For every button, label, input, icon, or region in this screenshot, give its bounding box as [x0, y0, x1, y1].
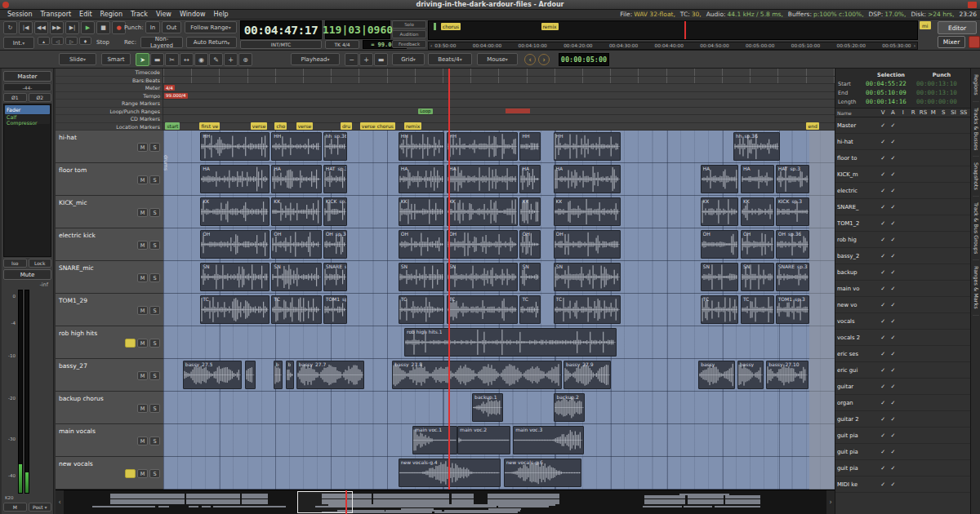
audio-region[interactable]	[245, 361, 255, 389]
audio-region[interactable]: main voc.2	[457, 426, 510, 454]
active-check[interactable]: ✓	[888, 416, 898, 423]
active-check[interactable]: ✓	[888, 383, 898, 390]
punch-in-button[interactable]: In	[145, 21, 160, 33]
track-solo-button[interactable]: S	[149, 241, 160, 250]
audio-region[interactable]: bassy_27.9	[564, 361, 611, 389]
audio-region[interactable]: OH_sp.36	[776, 230, 809, 259]
audio-region[interactable]: SN	[447, 263, 518, 291]
audio-region[interactable]: b	[286, 361, 295, 389]
table-row[interactable]: hi-hat✓✓	[835, 134, 970, 150]
track-header-electric-kick[interactable]: electric kickMS	[56, 228, 163, 261]
location-marker-verse[interactable]: verse	[360, 122, 377, 130]
visible-check[interactable]: ✓	[878, 335, 888, 341]
track-mute-button[interactable]: M	[137, 339, 148, 348]
active-check[interactable]: ✓	[888, 351, 898, 357]
edit-point-dropdown[interactable]: Mouse	[477, 53, 518, 65]
active-check[interactable]: ✓	[888, 465, 898, 472]
audio-region[interactable]: TC	[399, 295, 445, 324]
location-marker-chorus[interactable]: chorus	[376, 122, 395, 130]
follow-range-button[interactable]: Follow Range	[185, 21, 237, 33]
track-mute-button[interactable]: M	[137, 273, 148, 282]
midi-output-icon[interactable]: ▷	[65, 37, 78, 45]
zoom-fit-button[interactable]: ▬	[374, 53, 388, 66]
track-mute-button[interactable]: M	[137, 371, 148, 380]
audio-region[interactable]: backup.2	[554, 393, 585, 422]
track-mute-button[interactable]: M	[137, 175, 148, 184]
ruler-range-markers[interactable]	[163, 100, 835, 108]
active-check[interactable]: ✓	[888, 269, 898, 276]
rec-arm-button[interactable]	[125, 469, 136, 478]
audio-region[interactable]: SN	[554, 263, 621, 291]
audio-region[interactable]: HA	[519, 165, 540, 193]
visible-check[interactable]: ✓	[878, 416, 888, 423]
audio-region[interactable]: TC	[447, 295, 518, 324]
audio-region[interactable]: SN	[519, 263, 540, 291]
audio-region[interactable]: HH	[554, 132, 621, 161]
active-check[interactable]: ✓	[888, 204, 898, 210]
punch-length-clock[interactable]: 00:00:00:00	[916, 98, 967, 105]
audio-region[interactable]: OH	[741, 230, 774, 259]
audio-region[interactable]: KK	[554, 197, 621, 226]
menu-track[interactable]: Track	[127, 11, 152, 18]
audio-region[interactable]: main voc.1	[412, 426, 457, 454]
zoom-in-button[interactable]: +	[359, 53, 373, 66]
zoom-tool[interactable]: ⊕	[238, 53, 252, 66]
cut-tool[interactable]: ✂	[165, 53, 179, 66]
audio-region[interactable]: hh_sp.36	[733, 132, 780, 161]
side-tab-tracks-busses[interactable]: Tracks & Busses	[973, 102, 979, 157]
zoom-out-button[interactable]: −	[345, 53, 359, 66]
visible-check[interactable]: ✓	[878, 237, 888, 243]
audio-region[interactable]: OH	[519, 230, 540, 259]
range-tool[interactable]: ▬	[150, 53, 164, 66]
processor-box[interactable]: Fader Calf Compressor	[3, 104, 51, 257]
table-row[interactable]: backup✓✓	[835, 264, 970, 281]
audio-region[interactable]: TOM1_sp.3	[776, 295, 809, 324]
edit-mode-dropdown[interactable]: Slide	[59, 53, 96, 65]
punch-start-clock[interactable]: 00:00:13:10	[916, 80, 967, 87]
audio-region[interactable]: SN	[741, 263, 774, 291]
active-check[interactable]: ✓	[888, 449, 898, 455]
active-check[interactable]: ✓	[888, 286, 898, 292]
mini-timeline[interactable]: chorusremix	[428, 20, 918, 40]
visible-check[interactable]: ✓	[878, 220, 888, 227]
audio-region[interactable]: bassy_27.8	[392, 361, 562, 389]
track-header-main-vocals[interactable]: main vocalsMS	[56, 424, 163, 457]
play-button[interactable]: ▶	[81, 21, 95, 34]
meter-mode-label[interactable]: K20	[3, 495, 51, 501]
grid-unit-dropdown[interactable]: Beats/4	[428, 53, 472, 65]
track-header-tom1-29[interactable]: TOM1_29MS	[56, 294, 163, 326]
visible-check[interactable]: ✓	[878, 400, 888, 406]
editor-canvas[interactable]: 4/499.000/4Loopstartfirst veversechovers…	[163, 69, 835, 490]
track-lane-main-vocals[interactable]: main voc.1main voc.2main voc.3	[163, 424, 835, 457]
audio-region[interactable]: b	[274, 361, 283, 389]
table-row[interactable]: rob hig✓✓	[835, 232, 970, 248]
table-row[interactable]: KICK_m✓✓	[835, 166, 970, 183]
audio-region[interactable]: KK	[447, 197, 518, 226]
audio-region[interactable]: OH_sp.36	[323, 230, 348, 259]
audition-button[interactable]: Audition	[392, 30, 426, 38]
compressor-processor[interactable]: Calf Compressor	[5, 115, 50, 124]
selection-start-clock[interactable]: 00:04:55:22	[866, 80, 916, 87]
side-tab-ranges-marks[interactable]: Ranges & Marks	[973, 260, 979, 316]
audio-region[interactable]: hh_sp.36	[323, 132, 348, 161]
track-solo-button[interactable]: S	[149, 273, 160, 282]
editor-tab-button[interactable]: Editor	[938, 21, 977, 34]
audio-region[interactable]: bassy	[737, 361, 764, 389]
audio-region[interactable]: KICK_sp.3	[776, 197, 809, 226]
side-tab-snapshots[interactable]: Snapshots	[973, 157, 979, 197]
audio-region[interactable]: KK	[271, 197, 322, 226]
audio-region[interactable]: TC	[741, 295, 774, 324]
mini-next-icon[interactable]: ›	[914, 43, 915, 48]
audio-region[interactable]: HA	[741, 165, 774, 193]
draw-tool[interactable]: ✎	[209, 53, 223, 66]
grid-dropdown[interactable]: Grid	[392, 53, 425, 65]
table-row[interactable]: guit pia✓✓	[835, 428, 970, 444]
track-solo-button[interactable]: S	[149, 469, 160, 478]
menu-edit[interactable]: Edit	[75, 11, 96, 18]
visible-check[interactable]: ✓	[878, 122, 888, 129]
fast-forward-button[interactable]: ▶▶	[50, 21, 64, 34]
mini-marker-remix[interactable]: remix	[541, 23, 559, 30]
location-marker-verse[interactable]: verse	[296, 122, 314, 130]
track-lane-floor-tom[interactable]: HAHAHAT_sp.3HAHAHAHAHAHAHAT_sp.3	[163, 163, 835, 196]
midi-input-icon[interactable]: ◁	[51, 37, 64, 45]
